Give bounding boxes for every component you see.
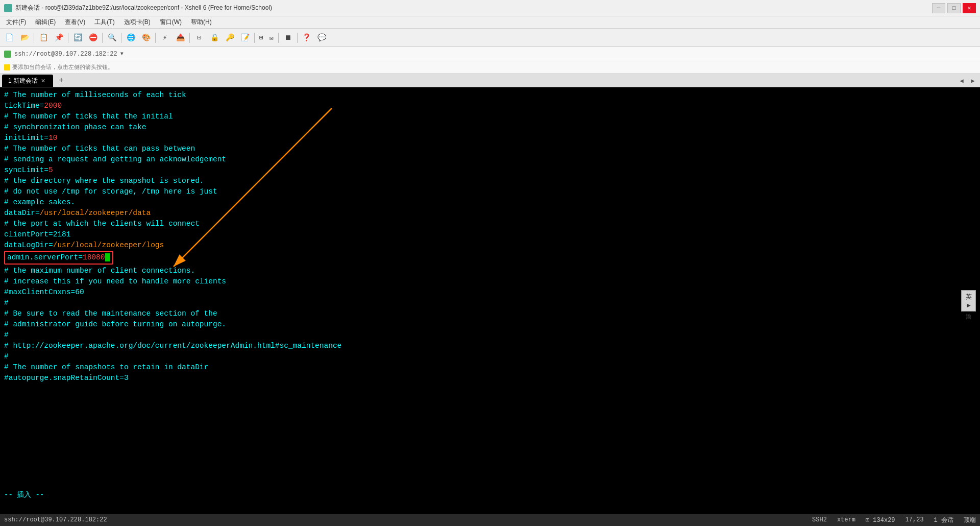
minimize-button[interactable]: ─ (932, 3, 945, 13)
sep8 (278, 33, 279, 43)
insert-mode-indicator: -- 插入 -- (4, 490, 44, 499)
terminal-content: # The number of milliseconds of each tic… (4, 90, 976, 251)
menu-window[interactable]: 窗口(W) (156, 17, 186, 28)
dropdown-arrow[interactable]: ▼ (120, 51, 124, 57)
sep7 (254, 33, 255, 43)
new-session-btn[interactable]: 📄 (2, 31, 16, 45)
tab-next-arrow[interactable]: ▶ (968, 75, 978, 87)
menu-tabs[interactable]: 选项卡(B) (120, 17, 155, 28)
window-controls: ─ □ ✕ (932, 3, 976, 13)
breadcrumb-text: 要添加当前会话，点击左侧的箭头按钮。 (12, 63, 113, 71)
admin-server-port-line: admin.serverPort=18080 (4, 251, 113, 265)
sep2 (68, 33, 68, 43)
status-connection: ssh://root@39.107.228.182:22 (4, 516, 107, 523)
status-bar: ssh://root@39.107.228.182:22 SSH2 xterm … (0, 514, 980, 526)
tab-label: 1 新建会话 (8, 77, 38, 85)
terminal[interactable]: # The number of milliseconds of each tic… (0, 88, 980, 514)
stop-btn[interactable]: ⏹ (281, 31, 295, 45)
breadcrumb-bar: 要添加当前会话，点击左侧的箭头按钮。 (0, 61, 980, 74)
status-size: ⊡ 134x29 (866, 516, 895, 524)
sep5 (155, 33, 156, 43)
window-title: 新建会话 - root@iZi39da7z1bbe9Z:/usr/local/z… (15, 4, 272, 12)
search-btn[interactable]: 🔍 (105, 31, 119, 45)
highlighted-line-container: admin.serverPort=18080 (4, 251, 976, 265)
session-btn[interactable]: ⚡ (158, 31, 172, 45)
sep4 (121, 33, 121, 43)
status-mode: 顶端 (964, 516, 976, 524)
sep6 (189, 33, 190, 43)
copy-btn[interactable]: 📋 (36, 31, 51, 45)
multi-exec-btn[interactable]: ⊞ (257, 31, 266, 45)
open-btn[interactable]: 📂 (17, 31, 32, 45)
menu-view[interactable]: 查看(V) (61, 17, 89, 28)
status-sessions: 1 会话 (934, 516, 953, 524)
transfer-btn[interactable]: 📤 (173, 31, 187, 45)
ime-panel[interactable]: 英 ▶ 输入法 (961, 290, 976, 312)
address-text: ssh://root@39.107.228.182:22 (14, 51, 117, 58)
tab-nav: ◀ ▶ (957, 75, 978, 87)
status-cursor: 17,23 (905, 516, 924, 523)
tab-bar: 1 新建会话 ✕ + ◀ ▶ (0, 74, 980, 88)
disconnect-btn[interactable]: ⛔ (86, 31, 100, 45)
tab-session-1[interactable]: 1 新建会话 ✕ (2, 75, 53, 87)
sep1 (34, 33, 34, 43)
color-btn[interactable]: 🎨 (139, 31, 153, 45)
toolbar: 📄 📂 📋 📌 🔄 ⛔ 🔍 🌐 🎨 ⚡ 📤 ⊡ 🔒 🔑 📝 ⊞ ✉ ⏹ ❓ 💬 (0, 29, 980, 47)
status-right: SSH2 xterm ⊡ 134x29 17,23 1 会话 顶端 (812, 516, 976, 524)
app-window: 新建会话 - root@iZi39da7z1bbe9Z:/usr/local/z… (0, 0, 980, 526)
status-terminal: xterm (837, 516, 855, 523)
title-bar: 新建会话 - root@iZi39da7z1bbe9Z:/usr/local/z… (0, 0, 980, 16)
maximize-button[interactable]: □ (947, 3, 961, 13)
new-tab-button[interactable]: + (55, 75, 67, 87)
tab-close-btn[interactable]: ✕ (41, 78, 45, 84)
menu-tools[interactable]: 工具(T) (90, 17, 118, 28)
lock-btn[interactable]: 🔒 (207, 31, 222, 45)
script-btn[interactable]: 📝 (238, 31, 252, 45)
feedback-btn[interactable]: 💬 (315, 31, 329, 45)
help-btn[interactable]: ❓ (300, 31, 314, 45)
sep9 (297, 33, 298, 43)
menu-help[interactable]: 帮助(H) (187, 17, 216, 28)
menu-bar: 文件(F) 编辑(E) 查看(V) 工具(T) 选项卡(B) 窗口(W) 帮助(… (0, 16, 980, 29)
tab-prev-arrow[interactable]: ◀ (957, 75, 967, 87)
globe-btn[interactable]: 🌐 (124, 31, 138, 45)
resize-btn[interactable]: ⊡ (192, 31, 206, 45)
key-btn[interactable]: 🔑 (223, 31, 237, 45)
breadcrumb-star-icon (4, 64, 10, 70)
menu-file[interactable]: 文件(F) (2, 17, 30, 28)
title-bar-left: 新建会话 - root@iZi39da7z1bbe9Z:/usr/local/z… (4, 4, 272, 12)
paste-btn[interactable]: 📌 (52, 31, 66, 45)
close-button[interactable]: ✕ (963, 3, 976, 13)
connection-icon (4, 51, 11, 58)
ime-arrow: ▶ (967, 302, 971, 308)
status-ssh: SSH2 (812, 516, 827, 523)
compose-btn[interactable]: ✉ (267, 31, 276, 45)
sep3 (102, 33, 103, 43)
address-bar: ssh://root@39.107.228.182:22 ▼ (0, 47, 980, 61)
terminal-wrapper[interactable]: # The number of milliseconds of each tic… (0, 88, 980, 526)
cursor (105, 253, 110, 261)
refresh-btn[interactable]: 🔄 (70, 31, 85, 45)
terminal-content-2: # the maximum number of client connectio… (4, 266, 976, 384)
ime-lang: 英 (966, 293, 972, 301)
menu-edit[interactable]: 编辑(E) (31, 17, 60, 28)
app-icon (4, 4, 12, 12)
